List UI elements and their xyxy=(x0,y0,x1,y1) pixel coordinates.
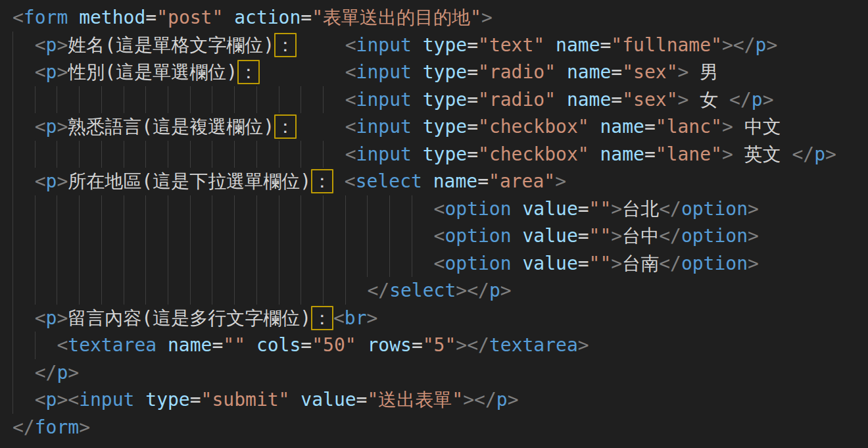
code-token: 台北 xyxy=(622,198,659,220)
code-line[interactable]: <p>所在地區(這是下拉選單欄位)： <select name="area"> xyxy=(12,168,868,195)
code-line[interactable]: <p>熟悉語言(這是複選欄位)： <input type="checkbox" … xyxy=(12,113,868,141)
code-line[interactable]: <p><input type="submit" value="送出表單"></p… xyxy=(12,386,868,414)
indent-guides xyxy=(12,113,35,141)
code-token: = xyxy=(301,7,312,28)
code-token: </ xyxy=(659,198,681,220)
code-token: < xyxy=(35,116,46,137)
code-token: = xyxy=(145,7,157,28)
code-token: = xyxy=(467,61,478,83)
code-token: = xyxy=(467,89,478,111)
code-token-string: "" xyxy=(223,334,245,356)
unicode-highlight-box: ： xyxy=(237,60,260,84)
code-line[interactable]: </select></p> xyxy=(12,277,868,305)
code-token xyxy=(157,334,168,356)
code-token: > xyxy=(722,34,733,56)
code-token: 台中 xyxy=(622,225,659,247)
code-token: </ xyxy=(733,34,756,56)
code-token: </ xyxy=(729,89,752,111)
code-token xyxy=(556,89,567,111)
code-token xyxy=(289,389,301,411)
code-line[interactable]: <option value="">台北</option> xyxy=(12,195,868,223)
indent-guides xyxy=(12,359,35,387)
code-token-attribute: type xyxy=(423,34,467,56)
unicode-highlight-box: ： xyxy=(311,306,333,330)
code-token: </ xyxy=(792,143,815,165)
code-line[interactable]: <textarea name="" cols="50" rows="5"></t… xyxy=(12,332,868,359)
code-token: > xyxy=(500,280,512,301)
code-token xyxy=(297,116,345,137)
code-line[interactable]: <option value="">台中</option> xyxy=(12,222,868,250)
code-token-attribute: name xyxy=(567,61,611,83)
code-token: < xyxy=(35,389,46,411)
code-token: </ xyxy=(367,280,389,301)
code-token xyxy=(223,7,234,28)
code-token xyxy=(544,34,556,56)
code-token-string: "lane" xyxy=(656,143,722,165)
code-line[interactable]: <p>姓名(這是單格文字欄位)： <input type="text" name… xyxy=(12,32,868,59)
code-token-attribute: type xyxy=(423,143,467,165)
code-line[interactable]: <form method="post" action="表單送出的目的地"> xyxy=(12,4,868,32)
code-token-tag: form xyxy=(24,7,68,28)
code-token: 所在地區(這是下拉選單欄位) xyxy=(68,170,311,192)
code-token-tag: input xyxy=(356,116,412,137)
code-token: > xyxy=(57,307,68,329)
code-token: 男 xyxy=(688,61,718,83)
code-token-string: "" xyxy=(589,225,612,247)
code-line[interactable]: <p>性別(這是單選欄位)： <input type="radio" name=… xyxy=(12,59,868,86)
code-token: = xyxy=(467,34,478,56)
code-line[interactable]: <p>留言內容(這是多行文字欄位)：<br> xyxy=(12,305,868,332)
code-line[interactable]: <option value="">台南</option> xyxy=(12,250,868,278)
code-line[interactable]: </form> xyxy=(12,414,868,441)
indent-guides xyxy=(12,86,345,114)
code-token: > xyxy=(555,170,566,192)
code-editor-area[interactable]: <form method="post" action="表單送出的目的地"><p… xyxy=(0,0,868,448)
code-token: = xyxy=(578,253,589,274)
code-token: > xyxy=(456,280,467,301)
code-token-string: "post" xyxy=(157,7,223,28)
code-token-tag: option xyxy=(681,253,748,274)
code-token-string: "sex" xyxy=(622,89,677,111)
code-token: < xyxy=(345,143,356,165)
code-token xyxy=(556,61,567,83)
code-token: > xyxy=(722,143,733,165)
code-token: 中文 xyxy=(733,116,781,137)
code-token xyxy=(589,116,600,137)
code-token: > xyxy=(508,389,519,411)
code-token-tag: form xyxy=(35,416,79,438)
code-token-string: "" xyxy=(589,198,612,220)
code-token: </ xyxy=(474,389,496,411)
code-token: > xyxy=(748,225,759,247)
code-token: = xyxy=(467,143,478,165)
code-token: > xyxy=(611,198,622,220)
code-token-tag: p xyxy=(46,389,57,411)
code-token: < xyxy=(57,334,68,356)
code-token-string: "radio" xyxy=(478,61,556,83)
code-token-tag: p xyxy=(752,89,763,111)
code-token-attribute: rows xyxy=(367,334,411,356)
code-token: < xyxy=(345,116,356,137)
code-token: > xyxy=(79,416,90,438)
code-token xyxy=(297,34,345,56)
code-line[interactable]: </p> xyxy=(12,359,868,387)
code-token-tag: p xyxy=(46,170,57,192)
code-token: = xyxy=(477,170,489,192)
code-token: < xyxy=(434,198,445,220)
code-token: > xyxy=(748,198,759,220)
code-token-attribute: name xyxy=(600,143,644,165)
code-token-tag: textarea xyxy=(68,334,157,356)
code-token: > xyxy=(578,334,589,356)
indent-guides xyxy=(12,332,57,359)
code-token-tag: p xyxy=(496,389,508,411)
code-token: </ xyxy=(12,416,35,438)
code-token: < xyxy=(35,61,46,83)
code-line[interactable]: <input type="checkbox" name="lane"> 英文 <… xyxy=(12,141,868,168)
code-token-tag: option xyxy=(445,253,511,274)
code-token: = xyxy=(212,334,223,356)
code-token-string: "送出表單" xyxy=(367,389,463,411)
code-token-attribute: type xyxy=(423,116,467,137)
code-token: < xyxy=(68,389,79,411)
indent-guides xyxy=(12,386,35,414)
code-line[interactable]: <input type="radio" name="sex"> 女 </p> xyxy=(12,86,868,114)
code-token: < xyxy=(35,34,46,56)
code-token-tag: option xyxy=(681,225,748,247)
